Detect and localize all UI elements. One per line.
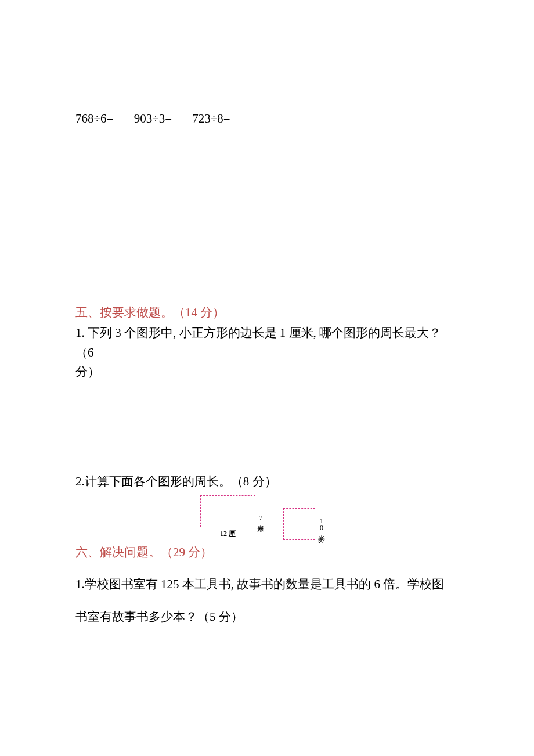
equation-1: 768÷6= — [75, 111, 113, 125]
equation-2: 903÷3= — [134, 111, 172, 125]
rectangle-figure: 7厘米 12 厘 — [200, 495, 255, 539]
section-6-header: 六、解决问题。（29 分） — [75, 543, 459, 563]
rectangle-height-label: 7厘米 — [255, 514, 266, 521]
equation-row: 768÷6= 903÷3= 723÷8= — [75, 109, 459, 129]
section-5-question-2: 2.计算下面各个图形的周长。（8 分） — [75, 472, 459, 492]
rectangle-shape — [200, 495, 255, 527]
square-side-label: 10分米 — [316, 517, 327, 531]
q1-text-line1: 1. 下列 3 个图形中, 小正方形的边长是 1 厘米, 哪个图形的周长最大？（… — [75, 323, 459, 362]
section-6-question-1-line2: 书室有故事书多少本？（5 分） — [75, 607, 459, 627]
rectangle-width-label: 12 厘 — [200, 528, 255, 539]
section-5-header: 五、按要求做题。（14 分） — [75, 303, 459, 323]
section-5-question-1: 1. 下列 3 个图形中, 小正方形的边长是 1 厘米, 哪个图形的周长最大？（… — [75, 323, 459, 382]
q1-text-line2: 分） — [75, 362, 459, 382]
equation-3: 723÷8= — [192, 111, 230, 125]
section-6-question-1-line1: 1.学校图书室有 125 本工具书, 故事书的数量是工具书的 6 倍。学校图 — [75, 575, 459, 595]
figures-row: 7厘米 12 厘 10分米 — [200, 496, 459, 540]
square-figure: 10分米 — [283, 508, 315, 540]
square-shape — [283, 508, 315, 540]
